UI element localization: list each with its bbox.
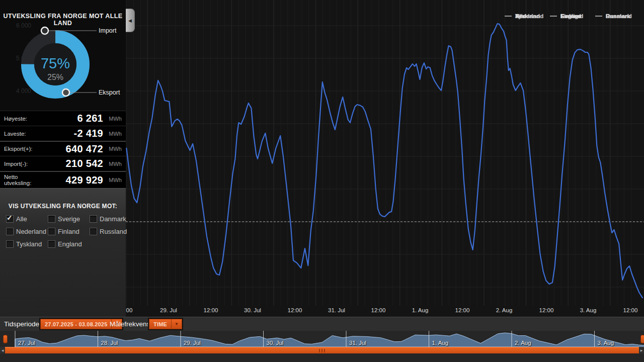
bottom-controls-bar: Tidsperiode: 27.07.2025 - 03.08.2025 ▼ M… [0, 317, 644, 331]
filter-checkbox-sverige[interactable]: Sverige [48, 215, 80, 223]
legend-dash-icon [595, 16, 602, 17]
checkbox-label: Russland [100, 228, 127, 235]
sidebar-panel: 6 0005 0004 0003 0002 000 UTVEKSLING FRA… [0, 0, 126, 317]
checkbox-label: England [58, 240, 82, 248]
scrollbar-grip-icon [319, 349, 325, 352]
scroll-right-icon: ▶ [640, 348, 643, 352]
x-axis-tick-label: 31. Jul [328, 307, 345, 313]
import-label: Import [99, 27, 117, 34]
filter-title: VIS UTVEKSLING FRA NORGE MOT: [0, 203, 126, 210]
legend-item[interactable]: AlleNederlandTyskland [505, 13, 515, 20]
malefrekvens-value: TIME [149, 321, 171, 327]
stat-unit: MWh [109, 146, 122, 152]
import-export-donut: 75% 25% Import Eksport [0, 0, 126, 111]
stat-value: 210 542 [66, 158, 103, 169]
stat-label: Høyeste: [4, 116, 37, 122]
stat-unit: MWh [109, 131, 122, 137]
stat-value: 640 472 [66, 143, 103, 155]
eksport-label: Eksport [99, 89, 120, 96]
timeline-overview[interactable]: 27. Jul28. Jul29. Jul30. Jul31. Jul1. Au… [0, 331, 644, 347]
filter-checkbox-england[interactable]: England [48, 240, 82, 248]
stat-unit: MWh [109, 116, 122, 122]
stats-table: Høyeste:6 261MWhLaveste:-2 419MWhEksport… [0, 111, 126, 188]
chevron-down-icon: ▼ [172, 322, 182, 326]
x-axis-tick-label: 12:00 [204, 307, 218, 313]
scroll-left-button[interactable]: ◀ [0, 347, 5, 353]
filter-checkbox-tyskland[interactable]: Tyskland [6, 240, 42, 248]
export-percent-value: 75% [41, 55, 70, 71]
scroll-left-icon: ◀ [2, 348, 4, 352]
checkbox-label: Danmark [100, 215, 126, 223]
legend-item[interactable]: DanmarkRussland [595, 13, 606, 20]
tidsperiode-value: 27.07.2025 - 03.08.2025 [41, 321, 111, 327]
checkbox-label: Alle [16, 215, 27, 223]
legend-label: Russland [606, 13, 632, 19]
x-axis-tick-label: 3. Aug [580, 307, 597, 313]
stat-row: Eksport(+):640 472MWh [0, 141, 126, 156]
range-handle-left[interactable] [3, 335, 8, 343]
filter-checkbox-nederland[interactable]: Nederland [6, 228, 46, 235]
legend-dash-icon [550, 16, 557, 17]
horizontal-scrollbar: ◀ ▶ [0, 347, 644, 353]
filter-checkbox-russland[interactable]: Russland [90, 228, 127, 235]
x-axis-tick-label: 12:00 [539, 307, 554, 313]
checkbox-icon[interactable] [90, 228, 97, 235]
legend-label: Tyskland [515, 13, 540, 19]
x-axis-tick-label: 29. Jul [160, 307, 177, 313]
legend-dash-icon [505, 16, 512, 17]
bottom-strip [0, 353, 644, 362]
power-exchange-dashboard: 0029. Jul12:0030. Jul12:0031. Jul12:001.… [0, 0, 644, 362]
panel-collapse-button[interactable]: ◀ [126, 9, 135, 32]
stat-label: Eksport(+): [4, 146, 37, 152]
checkmark-icon: ✓ [7, 214, 13, 222]
overview-area [15, 333, 644, 347]
checkbox-label: Sverige [58, 215, 80, 223]
stat-label: Netto utveksling: [4, 174, 37, 186]
checkbox-label: Finland [58, 228, 79, 235]
x-axis-tick-label: 30. Jul [244, 307, 261, 313]
legend-item[interactable]: SverigeFinlandEngland [550, 13, 560, 20]
checkbox-icon[interactable] [48, 228, 55, 235]
exchange-line-chart[interactable]: 0029. Jul12:0030. Jul12:0031. Jul12:001.… [126, 0, 644, 317]
scrollbar-thumb[interactable] [5, 347, 639, 353]
checkbox-icon[interactable] [6, 228, 14, 235]
stat-value: 429 929 [66, 174, 103, 186]
x-axis-tick-label: 12:00 [623, 307, 638, 313]
checkbox-label: Tyskland [16, 240, 42, 248]
filter-checkbox-danmark[interactable]: Danmark [90, 215, 126, 223]
x-axis-tick-label: 2. Aug [496, 307, 513, 313]
checkbox-icon[interactable] [48, 240, 55, 248]
stat-row: Import(-):210 542MWh [0, 156, 126, 171]
import-marker-dot[interactable] [41, 27, 48, 34]
malefrekvens-dropdown[interactable]: TIME ▼ [149, 319, 182, 329]
filter-checkbox-alle[interactable]: ✓Alle [6, 215, 27, 223]
x-axis-tick-label: 12:00 [288, 307, 302, 313]
collapse-arrow-icon: ◀ [128, 18, 132, 23]
tidsperiode-label: Tidsperiode: [4, 320, 41, 328]
scroll-right-button[interactable]: ▶ [639, 347, 644, 353]
exchange-series-line [126, 24, 642, 298]
stat-unit: MWh [109, 161, 122, 167]
x-axis-tick-label: 12:00 [371, 307, 386, 313]
checkbox-icon[interactable] [90, 215, 97, 223]
range-handle-right[interactable] [640, 335, 644, 343]
country-filter-section: VIS UTVEKSLING FRA NORGE MOT: ✓AlleSveri… [0, 188, 126, 317]
x-axis-tick-label: 1. Aug [412, 307, 429, 313]
stat-unit: MWh [109, 177, 122, 183]
checkbox-icon[interactable] [6, 240, 14, 248]
legend-label: England [560, 13, 583, 19]
checkbox-icon[interactable] [48, 215, 55, 223]
stat-label: Import(-): [4, 161, 37, 167]
import-percent-value: 25% [47, 73, 63, 81]
stat-row: Høyeste:6 261MWh [0, 111, 126, 126]
filter-checkbox-finland[interactable]: Finland [48, 228, 79, 235]
stat-row: Netto utveksling:429 929MWh [0, 171, 126, 188]
eksport-marker-dot[interactable] [62, 89, 69, 96]
stat-label: Laveste: [4, 131, 37, 137]
stat-row: Laveste:-2 419MWh [0, 126, 126, 141]
malefrekvens-label: Målefrekvens: [110, 320, 152, 328]
timeline-area-chart [0, 331, 644, 347]
checkbox-icon[interactable]: ✓ [6, 215, 14, 223]
x-axis-tick-label: 12:00 [455, 307, 470, 313]
checkbox-label: Nederland [16, 228, 46, 235]
